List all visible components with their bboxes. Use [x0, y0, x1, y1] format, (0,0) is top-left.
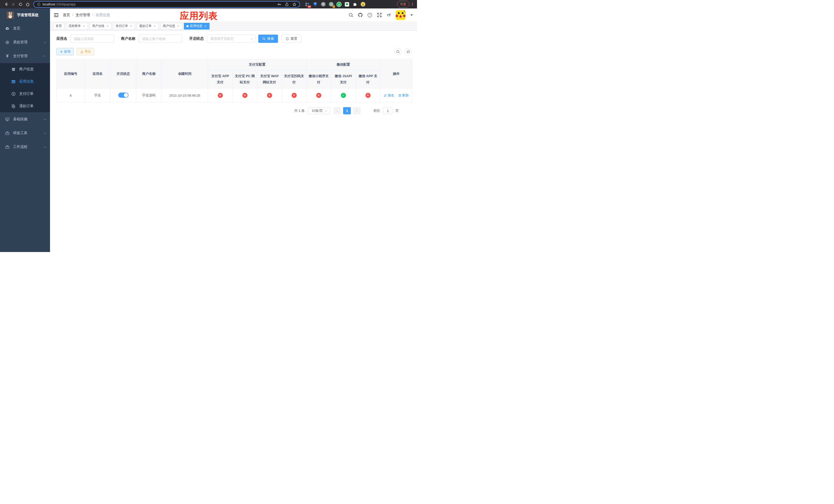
- prev-page-button[interactable]: ‹: [333, 107, 341, 114]
- tab-label: 用户分组: [92, 24, 104, 28]
- refresh-button[interactable]: [404, 48, 412, 55]
- toggle-search-button[interactable]: [394, 48, 402, 55]
- navbar: 首页 支付管理 应用信息 ?: [50, 8, 417, 22]
- font-size-icon[interactable]: тT: [386, 13, 391, 18]
- extensions-puzzle-icon[interactable]: [352, 2, 357, 7]
- tab-refund-order[interactable]: 退款订单: [137, 23, 159, 29]
- sidebar-item-merchant-info[interactable]: 商户信息: [0, 63, 50, 75]
- app-title: 芋道管理系统: [17, 13, 39, 18]
- sidebar-item-app-info[interactable]: 应用信息: [0, 75, 50, 88]
- tab-process-form[interactable]: 流程表单: [66, 23, 88, 29]
- current-page-button[interactable]: 1: [343, 107, 351, 114]
- bookmark-star-icon[interactable]: [292, 2, 297, 6]
- tab-label: 商户信息: [163, 24, 175, 28]
- toolbar-right: [394, 48, 412, 55]
- next-page-button[interactable]: ›: [353, 107, 360, 114]
- tab-close-icon[interactable]: [130, 24, 133, 28]
- tab-close-icon[interactable]: [153, 24, 156, 28]
- sidebar-item-infrastructure[interactable]: 基础设施: [0, 112, 50, 126]
- pencil-icon: [384, 94, 387, 97]
- reset-button[interactable]: 重置: [282, 35, 301, 43]
- tab-close-icon[interactable]: [82, 24, 85, 28]
- download-icon: [80, 50, 83, 53]
- delete-label: 删除: [402, 93, 409, 98]
- ext-grid-icon[interactable]: 10: [305, 2, 310, 7]
- tab-close-icon[interactable]: [106, 24, 109, 28]
- app-name-input[interactable]: [70, 35, 114, 43]
- url-bar[interactable]: localhost:1024/pay/app: [33, 1, 300, 8]
- avatar[interactable]: [396, 10, 405, 20]
- sidebar-item-workflow[interactable]: 工作流程: [0, 140, 50, 154]
- enabled-toggle[interactable]: [118, 93, 129, 98]
- logo-rabbit-image: [7, 12, 14, 19]
- chevron-down-icon: [44, 145, 46, 148]
- search-icon: [396, 50, 400, 53]
- page-size-select[interactable]: 10条/页: [308, 107, 330, 114]
- sidebar-item-payment[interactable]: ¥ 支付管理: [0, 49, 50, 63]
- ext-command-icon[interactable]: ⌘: [321, 2, 326, 7]
- collapse-menu-icon[interactable]: [53, 13, 59, 18]
- tab-merchant-info[interactable]: 商户信息: [160, 23, 182, 29]
- back-icon[interactable]: [3, 1, 9, 7]
- password-key-icon[interactable]: [277, 2, 281, 6]
- status-cross-icon: [242, 93, 247, 98]
- avatar-caret-icon[interactable]: [410, 14, 413, 16]
- search-button-label: 搜索: [267, 37, 274, 41]
- tab-close-icon[interactable]: [204, 24, 207, 28]
- help-icon[interactable]: ?: [367, 13, 372, 18]
- sidebar-item-pay-order[interactable]: ¥ 支付订单: [0, 88, 50, 100]
- sidebar-item-refund-order[interactable]: 退款订单: [0, 100, 50, 112]
- sidebar-item-label: 研发工具: [13, 131, 27, 135]
- refresh-icon: [407, 50, 410, 53]
- refresh-icon: [286, 37, 289, 41]
- export-button[interactable]: 导出: [77, 48, 94, 55]
- forward-icon[interactable]: [10, 1, 16, 7]
- site-info-icon[interactable]: [37, 3, 41, 6]
- status-check-icon: [341, 93, 346, 98]
- fullscreen-icon[interactable]: [377, 13, 382, 18]
- breadcrumb-current: 应用信息: [90, 13, 110, 18]
- url-rest: :1024/pay/app: [55, 3, 75, 6]
- col-status: 开启状态: [111, 60, 136, 88]
- sidebar-item-home[interactable]: 首页: [0, 22, 50, 36]
- app-table: 应用编号 应用名 开启状态 商户名称 创建时间 支付宝配置 微信配置 操作 支付…: [57, 59, 412, 102]
- edit-link[interactable]: 修改: [384, 93, 394, 98]
- search-button[interactable]: 搜索: [258, 35, 278, 43]
- tab-app-info[interactable]: 应用信息: [184, 23, 210, 29]
- col-alipay-pc: 支付宝 PC 网站支付: [233, 70, 257, 88]
- browser-update-button[interactable]: 更新: [397, 1, 409, 8]
- merchant-name-input[interactable]: [139, 35, 182, 43]
- page-content: 应用名 商户名称 开启状态 请选择开启状态 搜索 重置: [50, 30, 417, 252]
- share-icon[interactable]: [285, 2, 289, 6]
- tab-user-group[interactable]: 用户分组: [89, 23, 112, 29]
- chevron-down-icon: [250, 37, 253, 40]
- ext-emoji-icon[interactable]: [360, 2, 366, 7]
- sidebar-item-dev-tools[interactable]: 研发工具: [0, 126, 50, 140]
- col-merchant: 商户名称: [136, 60, 162, 88]
- goto-page-input[interactable]: [383, 107, 392, 114]
- delete-link[interactable]: 删除: [398, 93, 409, 98]
- search-icon[interactable]: [348, 13, 353, 18]
- toolbox-icon: [5, 131, 9, 135]
- add-button[interactable]: 新增: [57, 48, 74, 55]
- ext-yudao-icon[interactable]: y: [336, 2, 342, 7]
- home-icon[interactable]: [25, 1, 31, 7]
- ext-gem-icon[interactable]: [313, 2, 318, 7]
- col-group-alipay: 支付宝配置: [208, 60, 306, 70]
- tab-home[interactable]: 首页: [53, 23, 64, 29]
- ext-chat-icon[interactable]: [345, 2, 350, 7]
- tab-close-icon[interactable]: [177, 24, 180, 28]
- sidebar-item-label: 应用信息: [19, 79, 34, 84]
- col-operations: 操作: [380, 60, 412, 88]
- status-select[interactable]: 请选择开启状态: [207, 35, 255, 43]
- breadcrumb-payment[interactable]: 支付管理: [70, 13, 90, 18]
- github-icon[interactable]: [358, 13, 363, 18]
- sidebar-item-system[interactable]: 系统管理: [0, 36, 50, 49]
- breadcrumb-home[interactable]: 首页: [63, 13, 70, 18]
- reload-icon[interactable]: [18, 1, 24, 7]
- tab-pay-order[interactable]: 支付订单: [113, 23, 135, 29]
- pager-buttons: ‹ 1 ›: [333, 107, 360, 114]
- ext-recorder-icon[interactable]: 1: [329, 2, 334, 7]
- sidebar-logo[interactable]: 芋道管理系统: [0, 8, 50, 22]
- browser-menu-icon[interactable]: ⋮: [410, 2, 414, 7]
